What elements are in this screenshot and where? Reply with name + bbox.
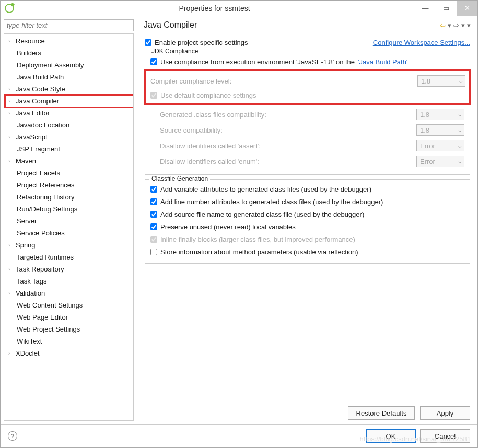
nav-forward-icon[interactable]: ⇨	[453, 21, 460, 29]
tree-item-label: Maven	[16, 157, 36, 165]
tree-item-javascript[interactable]: ›JavaScript	[5, 131, 133, 143]
expand-arrow-icon[interactable]: ›	[8, 134, 14, 140]
preserve-checkbox[interactable]: Preserve unused (never read) local varia…	[150, 220, 464, 233]
tree-item-java-compiler[interactable]: ›Java Compiler	[5, 95, 133, 107]
tree-item-java-build-path[interactable]: Java Build Path	[5, 71, 133, 83]
add-src-input[interactable]	[150, 211, 157, 218]
expand-arrow-icon[interactable]: ›	[8, 266, 14, 272]
filter-input[interactable]	[4, 19, 134, 31]
inline-label: Inline finally blocks (larger class file…	[160, 235, 355, 243]
tree-item-jsp-fragment[interactable]: JSP Fragment	[5, 143, 133, 155]
expand-arrow-icon[interactable]: ›	[8, 158, 14, 164]
tree-item-task-tags[interactable]: Task Tags	[5, 275, 133, 287]
tree-item-label: Task Repository	[16, 265, 64, 273]
use-exec-env-input[interactable]	[150, 58, 157, 65]
add-line-input[interactable]	[150, 198, 157, 205]
tree-item-resource[interactable]: ›Resource	[5, 35, 133, 47]
nav-forward-menu-icon[interactable]: ▾	[461, 21, 465, 29]
tree-item-run-debug-settings[interactable]: Run/Debug Settings	[5, 203, 133, 215]
restore-defaults-button[interactable]: Restore Defaults	[348, 406, 415, 420]
use-default-compliance-input	[150, 92, 157, 99]
tree-item-label: XDoclet	[16, 349, 40, 357]
java-build-path-link[interactable]: 'Java Build Path'	[358, 58, 407, 66]
ok-button[interactable]: OK	[366, 429, 416, 443]
tree-item-web-content-settings[interactable]: Web Content Settings	[5, 299, 133, 311]
inline-input	[150, 236, 157, 243]
jdk-compliance-group: JDK Compliance Use compliance from execu…	[145, 52, 470, 175]
tree-item-project-facets[interactable]: Project Facets	[5, 167, 133, 179]
tree-item-label: Java Editor	[16, 109, 50, 117]
nav-back-menu-icon[interactable]: ▾	[447, 21, 452, 29]
enum-select: Error	[416, 156, 464, 167]
tree-item-project-references[interactable]: Project References	[5, 179, 133, 191]
tree-item-java-editor[interactable]: ›Java Editor	[5, 107, 133, 119]
add-line-label: Add line number attributes to generated …	[160, 198, 383, 206]
tree-item-label: Project Facets	[17, 169, 60, 177]
tree-item-label: Java Compiler	[16, 97, 59, 105]
maximize-button[interactable]: ▭	[436, 1, 457, 16]
apply-button[interactable]: Apply	[420, 406, 470, 420]
tree-item-spring[interactable]: ›Spring	[5, 239, 133, 251]
tree-item-label: Targeted Runtimes	[17, 253, 74, 261]
add-src-label: Add source file name to generated class …	[160, 210, 364, 218]
tree-item-wikitext[interactable]: WikiText	[5, 335, 133, 347]
right-panel: Java Compiler ⇦ ▾ ⇨ ▾ ▾ Enable project s…	[137, 16, 477, 424]
use-exec-env-label: Use compliance from execution environmen…	[160, 58, 355, 66]
expand-arrow-icon[interactable]: ›	[8, 98, 14, 104]
tree-item-task-repository[interactable]: ›Task Repository	[5, 263, 133, 275]
jdk-legend: JDK Compliance	[149, 48, 200, 55]
compliance-level-label: Compiler compliance level:	[150, 77, 413, 85]
enable-project-settings-checkbox[interactable]: Enable project specific settings	[145, 36, 373, 49]
cancel-button[interactable]: Cancel	[420, 429, 470, 443]
tree-item-targeted-runtimes[interactable]: Targeted Runtimes	[5, 251, 133, 263]
nav-back-icon[interactable]: ⇦	[439, 21, 446, 29]
tree-item-label: Java Build Path	[17, 73, 64, 81]
expand-arrow-icon[interactable]: ›	[8, 110, 14, 116]
tree-item-label: Java Code Style	[16, 85, 65, 93]
preserve-label: Preserve unused (never read) local varia…	[160, 223, 296, 231]
tree-item-server[interactable]: Server	[5, 215, 133, 227]
tree-item-builders[interactable]: Builders	[5, 47, 133, 59]
tree-item-label: Deployment Assembly	[17, 61, 84, 69]
expand-arrow-icon[interactable]: ›	[8, 290, 14, 296]
add-src-checkbox[interactable]: Add source file name to generated class …	[150, 208, 464, 220]
tree-item-label: Server	[17, 217, 37, 225]
category-tree[interactable]: ›ResourceBuildersDeployment AssemblyJava…	[4, 33, 134, 421]
expand-arrow-icon[interactable]: ›	[8, 242, 14, 248]
store-params-checkbox[interactable]: Store information about method parameter…	[150, 245, 464, 258]
add-line-checkbox[interactable]: Add line number attributes to generated …	[150, 195, 464, 208]
panel-content: Enable project specific settings Configu…	[137, 34, 477, 402]
tree-item-deployment-assembly[interactable]: Deployment Assembly	[5, 59, 133, 71]
expand-arrow-icon[interactable]: ›	[8, 86, 14, 92]
tree-item-label: Javadoc Location	[17, 121, 69, 129]
expand-arrow-icon[interactable]: ›	[8, 38, 14, 44]
tree-item-web-project-settings[interactable]: Web Project Settings	[5, 323, 133, 335]
tree-item-web-page-editor[interactable]: Web Page Editor	[5, 311, 133, 323]
tree-item-label: Refactoring History	[17, 193, 75, 201]
add-var-checkbox[interactable]: Add variable attributes to generated cla…	[150, 183, 464, 195]
compliance-level-select[interactable]: 1.8	[417, 75, 465, 87]
tree-item-label: Resource	[16, 37, 45, 45]
minimize-button[interactable]: —	[415, 1, 436, 16]
use-exec-env-checkbox[interactable]: Use compliance from execution environmen…	[150, 55, 464, 68]
tree-item-refactoring-history[interactable]: Refactoring History	[5, 191, 133, 203]
nav-menu-icon[interactable]: ▾	[467, 21, 471, 29]
tree-item-maven[interactable]: ›Maven	[5, 155, 133, 167]
tree-item-xdoclet[interactable]: ›XDoclet	[5, 347, 133, 359]
expand-arrow-icon[interactable]: ›	[8, 350, 14, 356]
close-button[interactable]: ✕	[457, 1, 477, 16]
tree-item-javadoc-location[interactable]: Javadoc Location	[5, 119, 133, 131]
help-icon[interactable]: ?	[8, 431, 17, 441]
store-params-input[interactable]	[150, 249, 157, 255]
nav-arrows: ⇦ ▾ ⇨ ▾ ▾	[439, 21, 471, 29]
preserve-input[interactable]	[150, 223, 157, 230]
add-var-label: Add variable attributes to generated cla…	[160, 185, 371, 193]
add-var-input[interactable]	[150, 186, 157, 193]
tree-item-java-code-style[interactable]: ›Java Code Style	[5, 83, 133, 95]
tree-item-label: Task Tags	[17, 277, 47, 285]
tree-item-service-policies[interactable]: Service Policies	[5, 227, 133, 239]
configure-workspace-link[interactable]: Configure Workspace Settings...	[373, 39, 470, 46]
tree-item-validation[interactable]: ›Validation	[5, 287, 133, 299]
enable-project-settings-input[interactable]	[145, 39, 151, 46]
use-default-compliance-label: Use default compliance settings	[160, 91, 257, 99]
